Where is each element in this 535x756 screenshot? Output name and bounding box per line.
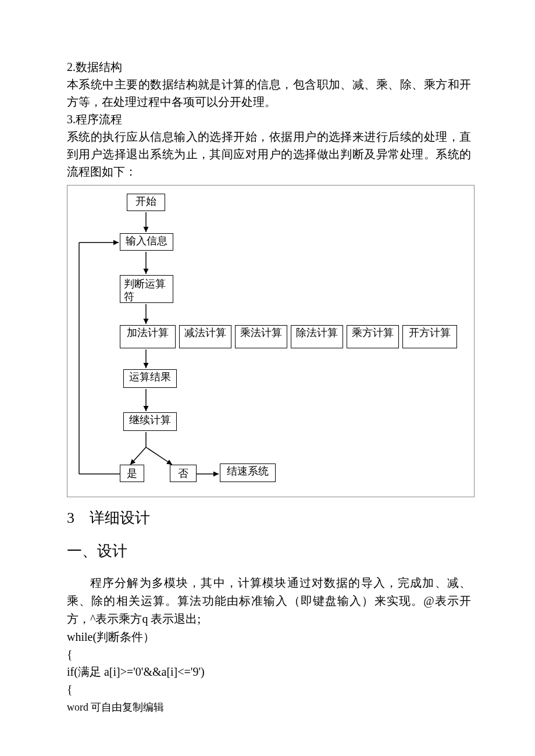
code-line-4: { — [67, 680, 471, 698]
section-3-body: 系统的执行应从信息输入的选择开始，依据用户的选择来进行后续的处理，直到用户选择退… — [67, 128, 471, 180]
footer-note: word 可自由复制编辑 — [67, 700, 471, 714]
section-2-title: 2.数据结构 — [67, 58, 471, 76]
heading-detailed-design: 3 详细设计 — [67, 508, 471, 528]
flow-yes: 是 — [120, 465, 144, 482]
flow-op-add: 加法计算 — [120, 325, 176, 348]
flow-op-mul: 乘法计算 — [235, 325, 287, 348]
flow-op-sub: 减法计算 — [179, 325, 231, 348]
section-2-body: 本系统中主要的数据结构就是计算的信息，包含职加、减、乘、除、乘方和开方等，在处理… — [67, 76, 471, 110]
flow-judge: 判断运算符 — [120, 275, 173, 303]
flow-op-pow: 乘方计算 — [347, 325, 399, 348]
design-paragraph: 程序分解为多模块，其中，计算模块通过对数据的导入，完成加、减、乘、除的相关运算。… — [67, 574, 471, 628]
svg-line-7 — [146, 447, 172, 465]
flow-input: 输入信息 — [120, 233, 173, 251]
section-3-title: 3.程序流程 — [67, 110, 471, 128]
code-line-1: while(判断条件） — [67, 628, 471, 646]
code-line-2: { — [67, 646, 471, 663]
flow-no: 否 — [170, 465, 197, 482]
flow-op-div: 除法计算 — [291, 325, 343, 348]
svg-line-6 — [130, 447, 146, 465]
flowchart: 开始 输入信息 判断运算符 加法计算 减法计算 乘法计算 除法计算 乘方计算 开… — [67, 185, 475, 497]
flow-op-sqrt: 开方计算 — [402, 325, 457, 348]
flow-continue: 继续计算 — [123, 412, 177, 431]
flow-result: 运算结果 — [123, 369, 177, 388]
flow-end: 结速系统 — [220, 463, 276, 482]
code-line-3: if(满足 a[i]>='0'&&a[i]<='9') — [67, 663, 471, 680]
flow-start: 开始 — [127, 194, 165, 211]
heading-design: 一、设计 — [67, 541, 471, 561]
